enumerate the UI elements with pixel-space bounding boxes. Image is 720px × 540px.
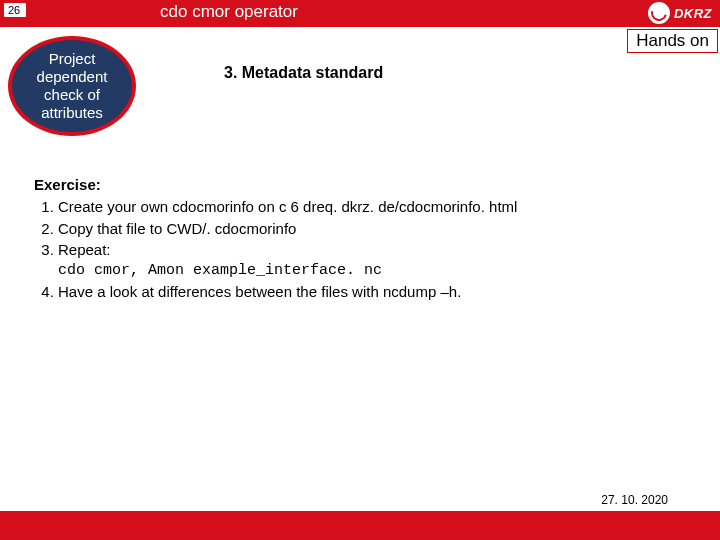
slide-title: cdo cmor operator <box>160 2 298 22</box>
list-item: Repeat: cdo cmor, Amon example_interface… <box>58 240 674 282</box>
logo-text: DKRZ <box>674 6 712 21</box>
list-item-text: Create your own cdocmorinfo on c 6 dreq.… <box>58 198 517 215</box>
section-title: 3. Metadata standard <box>224 64 383 82</box>
callout-ellipse: Project dependent check of attributes <box>8 36 136 136</box>
list-item-text: Have a look at differences between the f… <box>58 283 461 300</box>
logo: DKRZ <box>648 2 712 24</box>
logo-swirl-icon <box>648 2 670 24</box>
callout-text: Project dependent check of attributes <box>12 50 132 122</box>
code-line: cdo cmor, Amon example_interface. nc <box>58 261 674 281</box>
exercise-heading: Exercise: <box>34 175 674 195</box>
exercise-block: Exercise: Create your own cdocmorinfo on… <box>34 175 674 304</box>
list-item: Copy that file to CWD/. cdocmorinfo <box>58 219 674 239</box>
exercise-list: Create your own cdocmorinfo on c 6 dreq.… <box>34 197 674 302</box>
list-item: Have a look at differences between the f… <box>58 282 674 302</box>
footer-bar <box>0 511 720 540</box>
list-item: Create your own cdocmorinfo on c 6 dreq.… <box>58 197 674 217</box>
list-item-text: Copy that file to CWD/. cdocmorinfo <box>58 220 296 237</box>
hands-on-badge: Hands on <box>627 29 718 53</box>
slide-number: 26 <box>4 3 26 17</box>
footer-date: 27. 10. 2020 <box>601 493 668 507</box>
header-bar: 26 cdo cmor operator DKRZ <box>0 0 720 27</box>
list-item-text: Repeat: <box>58 241 111 258</box>
